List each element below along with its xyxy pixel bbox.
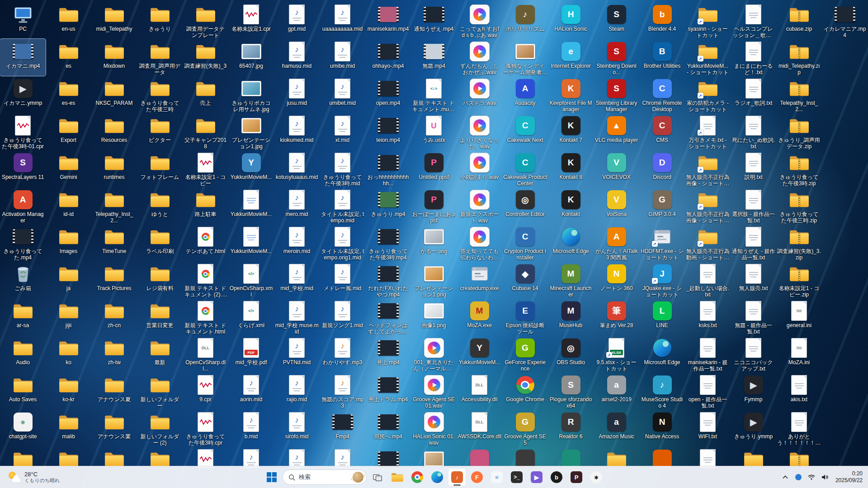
desktop-icon[interactable]: cubase.zip bbox=[776, 2, 822, 39]
desktop-icon[interactable]: プレゼンテーション1.png bbox=[411, 261, 457, 298]
desktop-icon[interactable]: DLLAWSSDK.Core.dll bbox=[457, 409, 502, 446]
volume[interactable] bbox=[821, 471, 829, 483]
desktop-icon[interactable]: LLINE bbox=[639, 298, 685, 335]
desktop-icon[interactable]: ♪ bbox=[228, 446, 274, 468]
taskbar-task-view-button[interactable] bbox=[368, 468, 387, 486]
desktop-icon[interactable]: 調査用_調声用データ bbox=[137, 39, 183, 76]
desktop-icon[interactable]: かるー.png bbox=[411, 224, 457, 261]
desktop-icon[interactable]: 説明.txt bbox=[731, 150, 776, 187]
desktop-icon[interactable]: ♪タイトル未設定, tempo.orig1.mid bbox=[320, 224, 365, 261]
desktop-icon[interactable] bbox=[46, 446, 91, 468]
desktop-icon[interactable]: ビクター bbox=[137, 113, 183, 150]
desktop-icon[interactable] bbox=[183, 446, 228, 468]
desktop-icon[interactable]: Mixdown bbox=[91, 39, 137, 76]
desktop-icon[interactable]: 9.cpr bbox=[183, 372, 228, 409]
desktop-icon[interactable]: ♪meroin.mid bbox=[274, 224, 320, 261]
taskbar-file-explorer[interactable] bbox=[388, 468, 406, 486]
desktop-icon[interactable]: ♪mero.mid bbox=[274, 187, 320, 224]
desktop-icon[interactable]: ♪新規ソング1.mid bbox=[320, 298, 365, 335]
desktop-icon[interactable]: ↗万引きメモ.txt - ショートカット bbox=[685, 113, 731, 150]
desktop-icon[interactable]: </>OpenCvSharp.xml bbox=[228, 261, 274, 298]
hidden-icons-chevron[interactable] bbox=[781, 471, 789, 483]
desktop-icon[interactable]: ずんだもん＿しおかぜふ.wav bbox=[457, 39, 502, 76]
desktop-icon[interactable]: 名称未設定1 - コピー bbox=[183, 150, 228, 187]
desktop-icon[interactable]: ♪kotusytuaaus.mid bbox=[274, 150, 320, 187]
desktop-icon[interactable]: Telepathy_Inst_2... bbox=[776, 76, 822, 113]
desktop-icon[interactable] bbox=[502, 446, 548, 468]
desktop-icon[interactable]: Uうみ.ustx bbox=[411, 113, 457, 150]
desktop-icon[interactable]: ラベル印刷 bbox=[137, 224, 183, 261]
desktop-icon[interactable]: DDiscord bbox=[639, 150, 685, 187]
desktop-icon[interactable]: Groove Agent SE 01.wav bbox=[411, 372, 457, 409]
desktop-icon[interactable]: ko bbox=[46, 335, 91, 372]
desktop-icon[interactable]: Aかんたん！AITalk 3 関西風 bbox=[594, 224, 639, 261]
desktop-icon[interactable]: ↗無人販売不正行為動画 - ショートカット bbox=[685, 224, 731, 261]
desktop-icon[interactable]: ▲VLC media player bbox=[594, 113, 639, 150]
desktop-icon[interactable]: VVOICEVOX bbox=[594, 150, 639, 187]
desktop-icon[interactable]: open - 親作品一覧.txt bbox=[685, 372, 731, 409]
desktop-icon[interactable]: 65407.jpg bbox=[228, 39, 274, 76]
desktop-icon[interactable]: 画像1.png bbox=[411, 298, 457, 335]
desktop-icon[interactable]: ko-kr bbox=[46, 372, 91, 409]
desktop-icon[interactable]: manisekarin - 親作品一覧.txt bbox=[685, 335, 731, 372]
desktop-icon[interactable]: HHALion Sonic bbox=[548, 2, 594, 39]
desktop-icon[interactable]: TimeTune bbox=[91, 224, 137, 261]
desktop-icon[interactable]: </>くらげ.xml bbox=[228, 298, 274, 335]
desktop-icon[interactable]: ♪わかりやす.mp3 bbox=[320, 335, 365, 372]
desktop-icon[interactable]: Export bbox=[46, 113, 91, 150]
desktop-icon[interactable] bbox=[639, 446, 685, 468]
desktop-icon[interactable]: aAmazon Music bbox=[594, 409, 639, 446]
desktop-icon[interactable]: XLSX↗9.5.xlsx - ショートカット bbox=[594, 335, 639, 372]
desktop-icon[interactable]: bBlender 4.4 bbox=[639, 2, 685, 39]
tray-app[interactable] bbox=[794, 471, 802, 483]
desktop-icon[interactable]: 死にたい_ぬ歌詞.txt bbox=[731, 113, 776, 150]
desktop-icon[interactable]: ニコニコバックアップ.txt bbox=[731, 335, 776, 372]
desktop-icon[interactable]: アナウンス業 bbox=[91, 409, 137, 446]
desktop-icon[interactable]: zh-tw bbox=[91, 335, 137, 372]
search-highlight-icon[interactable] bbox=[353, 472, 363, 483]
desktop-icon[interactable]: WIFI.txt bbox=[685, 409, 731, 446]
desktop-icon[interactable]: 新しいフォルダー (2) bbox=[137, 409, 183, 446]
desktop-icon[interactable]: INIMoZA.ini bbox=[776, 335, 822, 372]
desktop-icon[interactable]: 名称未設定1.cpr bbox=[228, 2, 274, 39]
desktop-icon[interactable] bbox=[457, 446, 502, 468]
desktop-icon[interactable]: teion.mp4 bbox=[365, 113, 411, 150]
desktop-icon[interactable]: PUntitled.ppsf bbox=[411, 150, 457, 187]
desktop-icon[interactable]: YukkuriMovieM... bbox=[228, 187, 274, 224]
desktop-icon[interactable]: CCakewalk Next bbox=[502, 113, 548, 150]
clock[interactable]: 0:20 2025/09/22 bbox=[834, 469, 864, 485]
desktop-icon[interactable]: YukkuriMovieM... bbox=[228, 224, 274, 261]
desktop-icon[interactable]: midi_Telepathy bbox=[91, 2, 137, 39]
desktop-icon[interactable]: Microsoft Edge bbox=[548, 224, 594, 261]
desktop-icon[interactable]: SSteinberg Downlo... bbox=[594, 39, 639, 76]
desktop-icon[interactable]: eInternet Explorer bbox=[548, 39, 594, 76]
taskbar-music-app[interactable]: ♪ bbox=[448, 468, 466, 486]
desktop-icon[interactable]: jijii bbox=[46, 298, 91, 335]
desktop-icon[interactable]: きゅうり食ってた午後3時.cpr bbox=[183, 409, 228, 446]
desktop-icon[interactable]: きゅうり食ってた午後3時.mp4 bbox=[365, 224, 411, 261]
desktop-icon[interactable]: ♪sirofo.mid bbox=[274, 409, 320, 446]
desktop-icon[interactable]: 筆筆まめ Ver.28 bbox=[594, 298, 639, 335]
desktop-icon[interactable]: きゅうり食ってた午後三時.zip bbox=[776, 187, 822, 224]
taskbar-terminal[interactable]: >_ bbox=[508, 468, 526, 486]
desktop-icon[interactable]: SSteam bbox=[594, 2, 639, 39]
taskbar-chrome[interactable] bbox=[408, 468, 426, 486]
desktop-icon[interactable]: Google Chrome bbox=[502, 372, 548, 409]
desktop-icon[interactable]: _起動しない場合.txt bbox=[685, 261, 731, 298]
desktop-icon[interactable]: ♪ポリリリリズム bbox=[502, 2, 548, 39]
desktop-icon[interactable]: 選択肢 - 親作品一覧.txt bbox=[731, 187, 776, 224]
desktop-icon[interactable]: ♪mid_学校.mid bbox=[274, 261, 320, 298]
desktop-icon[interactable]: Track Pictures bbox=[91, 261, 137, 298]
desktop-icon[interactable]: きゅうり.mp4 bbox=[365, 187, 411, 224]
desktop-icon[interactable]: 答え知ってても伝わらないわこれ.wav bbox=[457, 224, 502, 261]
wifi[interactable] bbox=[807, 471, 816, 483]
desktop-icon[interactable]: 羽尻へ.mp4 bbox=[365, 409, 411, 446]
desktop-icon[interactable]: <♪>新規 テキスト ドキュメント.musicxml bbox=[411, 76, 457, 113]
desktop-icon[interactable]: 井上.mp4 bbox=[365, 335, 411, 372]
desktop-icon[interactable]: ♪PVTNd.mid bbox=[274, 335, 320, 372]
desktop-icon[interactable]: バスドラ.wav bbox=[457, 76, 502, 113]
desktop-icon[interactable]: テンポあて.html bbox=[183, 224, 228, 261]
desktop-icon[interactable]: ♪xl.mid bbox=[320, 113, 365, 150]
taskbar-edge[interactable] bbox=[428, 468, 446, 486]
desktop-icon[interactable]: まにまにわーるど！.txt bbox=[731, 39, 776, 76]
